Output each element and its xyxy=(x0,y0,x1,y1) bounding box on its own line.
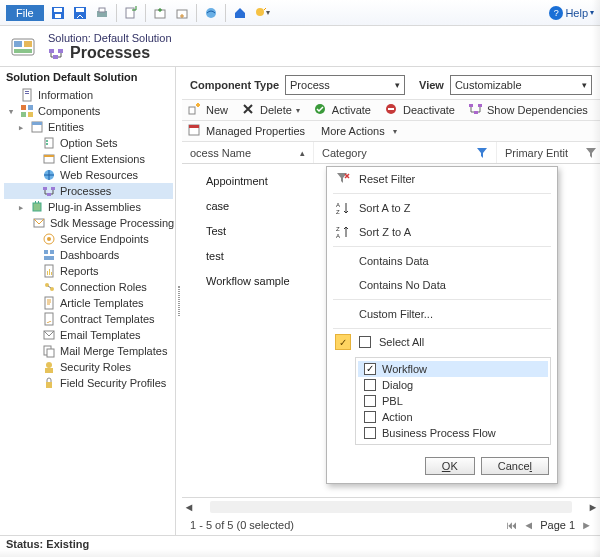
page-title: Processes xyxy=(70,44,150,62)
tree-web-resources[interactable]: Web Resources xyxy=(4,167,173,183)
svg-rect-68 xyxy=(189,125,199,128)
checkbox[interactable] xyxy=(364,427,376,439)
show-dependencies-button[interactable]: Show Dependencies xyxy=(469,103,588,117)
filter-custom[interactable]: Custom Filter... xyxy=(327,302,557,326)
tree-label: Service Endpoints xyxy=(60,233,149,245)
filter-option[interactable]: PBL xyxy=(358,393,548,409)
svg-point-57 xyxy=(46,362,52,368)
filter-reset[interactable]: Reset Filter xyxy=(327,167,557,191)
scroll-left-icon[interactable]: ◄ xyxy=(182,501,196,513)
svg-point-11 xyxy=(256,8,264,16)
tree-information[interactable]: Information xyxy=(4,87,173,103)
view-select[interactable]: Customizable ▾ xyxy=(450,75,592,95)
view-label: View xyxy=(419,79,444,91)
activate-button[interactable]: Activate xyxy=(314,103,371,117)
pager-first[interactable]: ⏮ xyxy=(506,519,517,531)
tree-sdk-msg[interactable]: Sdk Message Processing S... xyxy=(4,215,173,231)
tree-contract-templates[interactable]: Contract Templates xyxy=(4,311,173,327)
checkbox[interactable] xyxy=(364,411,376,423)
tree-label: Plug-in Assemblies xyxy=(48,201,141,213)
filter-option[interactable]: Action xyxy=(358,409,548,425)
svg-rect-52 xyxy=(45,297,53,309)
nav-title: Solution Default Solution xyxy=(0,67,175,87)
filter-contains-data[interactable]: Contains Data xyxy=(327,249,557,273)
pager-next[interactable]: ► xyxy=(581,519,592,531)
tree-plugin-assemblies[interactable]: ▸Plug-in Assemblies xyxy=(4,199,173,215)
tree-dashboards[interactable]: Dashboards xyxy=(4,247,173,263)
column-header-primary-entity[interactable]: Primary Entit xyxy=(496,142,600,163)
filter-option[interactable]: Dialog xyxy=(358,377,548,393)
solution-icon xyxy=(10,33,38,61)
svg-rect-17 xyxy=(58,49,63,53)
checkbox[interactable] xyxy=(364,395,376,407)
new-button[interactable]: New xyxy=(188,103,228,117)
tree-mail-merge[interactable]: Mail Merge Templates xyxy=(4,343,173,359)
svg-rect-6 xyxy=(99,8,105,12)
filter-option-label: Business Process Flow xyxy=(382,427,496,439)
filter-contains-no-data[interactable]: Contains No Data xyxy=(327,273,557,297)
component-type-select[interactable]: Process ▾ xyxy=(285,75,405,95)
svg-rect-53 xyxy=(45,313,53,325)
tree-label: Web Resources xyxy=(60,169,138,181)
cancel-button[interactable]: Cancel xyxy=(481,457,549,475)
tree-label: Security Roles xyxy=(60,361,131,373)
tree-label: Connection Roles xyxy=(60,281,147,293)
save-close-icon[interactable] xyxy=(72,5,88,21)
svg-text:A: A xyxy=(336,202,340,208)
translate-import-icon[interactable] xyxy=(174,5,190,21)
svg-rect-48 xyxy=(49,269,50,275)
reset-filter-icon xyxy=(335,171,351,187)
svg-rect-45 xyxy=(44,256,54,260)
publish-icon[interactable] xyxy=(203,5,219,21)
actions-icon[interactable]: ▾ xyxy=(254,5,270,21)
export-icon[interactable] xyxy=(123,5,139,21)
svg-rect-44 xyxy=(50,250,54,254)
pager-prev[interactable]: ◄ xyxy=(523,519,534,531)
svg-rect-34 xyxy=(43,187,47,190)
home-icon[interactable] xyxy=(232,5,248,21)
processes-icon xyxy=(48,45,64,61)
tree-client-extensions[interactable]: Client Extensions xyxy=(4,151,173,167)
select-all-checkbox[interactable] xyxy=(359,336,371,348)
svg-rect-64 xyxy=(469,104,473,107)
tree-components[interactable]: ▾Components xyxy=(4,103,173,119)
checkbox[interactable] xyxy=(364,379,376,391)
filter-sort-az[interactable]: AZ Sort A to Z xyxy=(327,196,557,220)
help-link[interactable]: ? Help ▾ xyxy=(549,6,594,20)
delete-button[interactable]: Delete▾ xyxy=(242,103,300,117)
tree-label: Mail Merge Templates xyxy=(60,345,167,357)
tree-security-roles[interactable]: Security Roles xyxy=(4,359,173,375)
tree-option-sets[interactable]: Option Sets xyxy=(4,135,173,151)
managed-properties-button[interactable]: Managed Properties xyxy=(188,124,305,138)
svg-rect-32 xyxy=(44,155,54,157)
tree-label: Entities xyxy=(48,121,84,133)
tree-field-security[interactable]: Field Security Profiles xyxy=(4,375,173,391)
translate-export-icon[interactable] xyxy=(152,5,168,21)
file-menu[interactable]: File xyxy=(6,5,44,21)
tree-service-endpoints[interactable]: Service Endpoints xyxy=(4,231,173,247)
tree-connection-roles[interactable]: Connection Roles xyxy=(4,279,173,295)
filter-option[interactable]: Business Process Flow xyxy=(358,425,548,441)
tree-entities[interactable]: ▸Entities xyxy=(4,119,173,135)
more-actions-button[interactable]: More Actions▾ xyxy=(321,125,397,137)
ok-button[interactable]: OK xyxy=(425,457,475,475)
print-icon[interactable] xyxy=(94,5,110,21)
tree-processes[interactable]: Processes xyxy=(4,183,173,199)
deactivate-button[interactable]: Deactivate xyxy=(385,103,455,117)
column-header-name[interactable]: ocess Name▴ xyxy=(182,142,314,163)
save-icon[interactable] xyxy=(50,5,66,21)
column-header-category[interactable]: Category xyxy=(314,142,496,163)
tree-email-templates[interactable]: Email Templates xyxy=(4,327,173,343)
horizontal-scrollbar[interactable]: ◄ ► xyxy=(182,497,600,515)
filter-sort-za[interactable]: ZA Sort Z to A xyxy=(327,220,557,244)
select-value: Process xyxy=(290,79,330,91)
tree-label: Dashboards xyxy=(60,249,119,261)
tree-article-templates[interactable]: Article Templates xyxy=(4,295,173,311)
filter-option-label: PBL xyxy=(382,395,403,407)
solution-label: Solution: Default Solution xyxy=(48,32,172,44)
svg-rect-49 xyxy=(51,272,52,275)
tree-reports[interactable]: Reports xyxy=(4,263,173,279)
filter-active-icon xyxy=(476,147,488,159)
checkbox[interactable] xyxy=(364,363,376,375)
filter-option[interactable]: Workflow xyxy=(358,361,548,377)
